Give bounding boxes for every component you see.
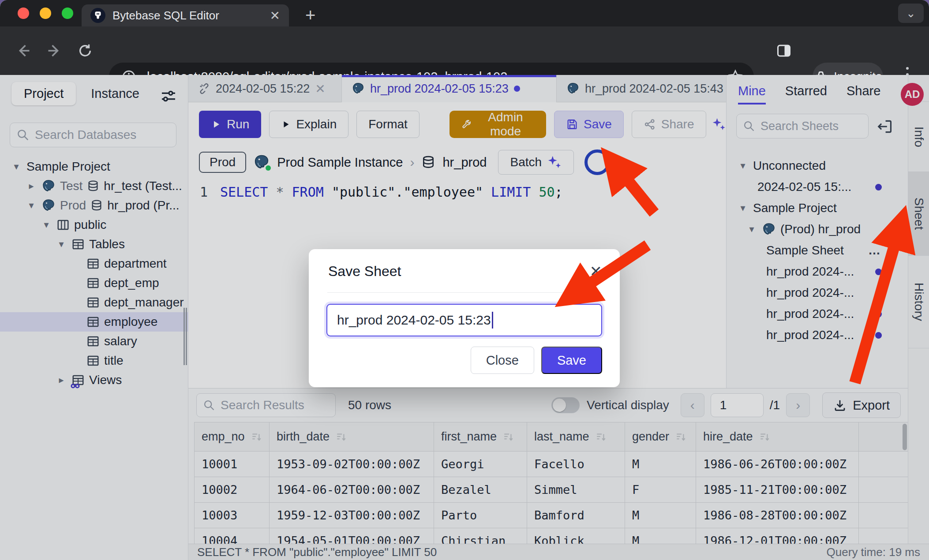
browser-titlebar: Bytebase SQL Editor ✕ + ⌄ (0, 0, 929, 26)
sheet-name-input[interactable]: hr_prod 2024-02-05 15:23 (326, 304, 602, 336)
save-sheet-dialog: Save Sheet ✕ hr_prod 2024-02-05 15:23 Cl… (309, 249, 620, 387)
browser-window: Bytebase SQL Editor ✕ + ⌄ localhost:8080… (0, 0, 929, 560)
dialog-title: Save Sheet (328, 263, 401, 280)
close-tab-icon[interactable]: ✕ (270, 8, 280, 23)
browser-tab[interactable]: Bytebase SQL Editor ✕ (82, 4, 289, 26)
browser-tab-title: Bytebase SQL Editor (112, 9, 265, 22)
bytebase-favicon (90, 8, 105, 23)
browser-navbar: localhost:8080/sql-editor/prod-sample-in… (0, 26, 929, 75)
close-icon[interactable]: ✕ (590, 262, 603, 280)
sheet-name-value: hr_prod 2024-02-05 15:23 (337, 313, 491, 328)
reload-icon[interactable] (74, 40, 96, 62)
forward-icon[interactable] (43, 40, 65, 62)
close-window-button[interactable] (18, 7, 29, 19)
text-caret (492, 312, 493, 329)
maximize-window-button[interactable] (62, 7, 73, 19)
back-icon[interactable] (12, 40, 34, 62)
save-button[interactable]: Save (541, 347, 602, 374)
new-tab-button[interactable]: + (305, 5, 315, 25)
minimize-window-button[interactable] (40, 7, 51, 19)
close-button[interactable]: Close (471, 347, 534, 374)
tab-search-chevron-button[interactable]: ⌄ (898, 4, 924, 23)
side-panel-icon[interactable] (773, 40, 795, 62)
